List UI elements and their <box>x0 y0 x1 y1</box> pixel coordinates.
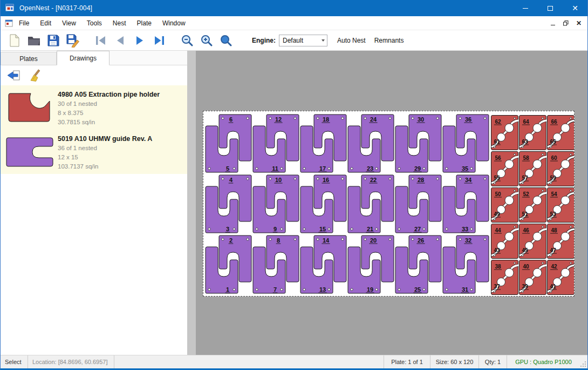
svg-text:50: 50 <box>495 191 501 197</box>
svg-text:35: 35 <box>462 165 468 172</box>
nav-first-button[interactable] <box>91 32 111 49</box>
purple-part-pair: 2423 <box>348 115 394 172</box>
blue-arrow-icon <box>6 70 20 82</box>
svg-text:9: 9 <box>274 226 277 232</box>
sidebar-tabs: Plates Drawings <box>1 51 187 65</box>
svg-text:52: 52 <box>523 191 529 197</box>
nav-prev-button[interactable] <box>111 32 130 49</box>
auto-nest-button[interactable]: Auto Nest <box>333 33 370 48</box>
svg-text:2: 2 <box>229 237 233 244</box>
first-arrow-icon <box>94 33 108 48</box>
svg-text:59: 59 <box>550 175 556 181</box>
window-controls: ✕ <box>513 0 587 16</box>
sidebar: Plates Drawings <box>1 51 187 355</box>
purple-part-pair: 1211 <box>253 115 299 172</box>
drawing-size: 8 x 8.375 <box>58 109 187 118</box>
nav-last-button[interactable] <box>149 32 169 49</box>
status-qty: Qty: 1 <box>478 355 507 368</box>
import-drawing-button[interactable] <box>5 68 22 84</box>
svg-text:5: 5 <box>226 165 229 172</box>
chevron-down-icon <box>319 35 327 46</box>
purple-part-pair: 3029 <box>395 115 441 172</box>
drawings-list: 4980 A05 Extraction pipe holder 30 of 1 … <box>1 85 187 174</box>
drawing-area: 30.7815 sq/in <box>58 118 187 127</box>
open-button[interactable] <box>24 32 44 49</box>
splitter[interactable] <box>187 51 196 355</box>
zoom-in-button[interactable] <box>197 32 216 49</box>
zoom-out-button[interactable] <box>177 32 197 49</box>
svg-text:3: 3 <box>226 226 229 232</box>
menu-window[interactable]: Window <box>157 16 191 30</box>
drawing-item-1[interactable]: 4980 A05 Extraction pipe holder 30 of 1 … <box>1 85 187 130</box>
mdi-minimize-button[interactable] <box>546 18 559 29</box>
save-as-icon <box>66 33 80 48</box>
svg-text:4: 4 <box>229 177 233 183</box>
nest-canvas[interactable]: 65 1211 1817 2423 3029 <box>187 51 587 355</box>
svg-text:55: 55 <box>494 175 500 181</box>
tab-drawings[interactable]: Drawings <box>57 51 110 65</box>
remnants-button[interactable]: Remnants <box>370 33 408 48</box>
menu-view[interactable]: View <box>57 16 81 30</box>
engine-label: Engine: <box>252 37 276 44</box>
menu-nest[interactable]: Nest <box>107 16 132 30</box>
red-part-pair: 4039 <box>519 260 547 295</box>
minimize-icon <box>523 8 528 9</box>
svg-text:54: 54 <box>551 191 557 197</box>
tab-plates[interactable]: Plates <box>1 52 57 65</box>
mdi-restore-icon <box>563 21 569 26</box>
drawing-item-2[interactable]: 5019 A10 UHMW guide Rev. A 36 of 1 neste… <box>1 130 187 174</box>
previous-arrow-icon <box>113 33 127 48</box>
new-button[interactable] <box>5 32 24 49</box>
svg-text:14: 14 <box>323 237 330 244</box>
mdi-restore-button[interactable] <box>559 18 572 29</box>
plate-svg[interactable]: 65 1211 1817 2423 3029 <box>203 111 574 296</box>
menu-plate[interactable]: Plate <box>132 16 157 30</box>
save-button[interactable] <box>44 32 63 49</box>
svg-text:44: 44 <box>495 227 501 233</box>
mdi-window-controls: ✕ <box>546 18 585 29</box>
resize-grip[interactable] <box>580 355 587 368</box>
red-part-pair: 6665 <box>548 116 575 150</box>
status-spacer <box>114 355 384 368</box>
close-button[interactable]: ✕ <box>563 0 587 16</box>
menu-edit[interactable]: Edit <box>35 16 57 30</box>
svg-text:27: 27 <box>414 226 421 232</box>
svg-text:22: 22 <box>370 177 377 183</box>
purple-part-pair: 3635 <box>443 115 489 172</box>
document-icon <box>5 19 13 27</box>
svg-text:56: 56 <box>495 155 501 161</box>
svg-text:33: 33 <box>462 226 468 232</box>
svg-text:6: 6 <box>229 116 233 123</box>
svg-text:53: 53 <box>550 211 556 217</box>
drawing-area: 103.7137 sq/in <box>58 162 187 171</box>
zoom-fit-button[interactable] <box>216 32 236 49</box>
red-part-pair: 5251 <box>519 188 547 223</box>
svg-text:28: 28 <box>418 177 424 183</box>
minimize-button[interactable] <box>513 0 538 16</box>
clean-button[interactable] <box>26 68 44 84</box>
svg-text:13: 13 <box>319 286 326 293</box>
status-mode: Select <box>1 355 28 368</box>
mdi-close-button[interactable]: ✕ <box>572 18 585 29</box>
nest-plate[interactable]: 65 1211 1817 2423 3029 <box>203 111 575 297</box>
engine-select[interactable]: Default <box>279 35 327 46</box>
red-part-pair: 4443 <box>491 224 519 259</box>
svg-text:63: 63 <box>522 139 528 145</box>
svg-text:39: 39 <box>522 284 528 290</box>
menu-tools[interactable]: Tools <box>81 16 107 30</box>
svg-text:18: 18 <box>323 116 329 123</box>
svg-text:29: 29 <box>414 165 421 172</box>
maximize-button[interactable] <box>538 0 563 16</box>
purple-part-pair: 109 <box>253 175 299 233</box>
status-size: Size: 60 x 120 <box>430 355 478 368</box>
maximize-icon <box>548 6 553 11</box>
svg-text:11: 11 <box>272 165 278 172</box>
new-file-icon <box>8 33 21 48</box>
save-as-button[interactable] <box>63 32 83 49</box>
svg-text:66: 66 <box>551 119 557 125</box>
menu-file[interactable]: File <box>13 16 35 30</box>
svg-text:45: 45 <box>522 247 528 253</box>
menu-bar: File Edit View Tools Nest Plate Window ✕ <box>1 16 587 30</box>
nav-next-button[interactable] <box>130 32 149 49</box>
svg-text:7: 7 <box>274 286 277 293</box>
